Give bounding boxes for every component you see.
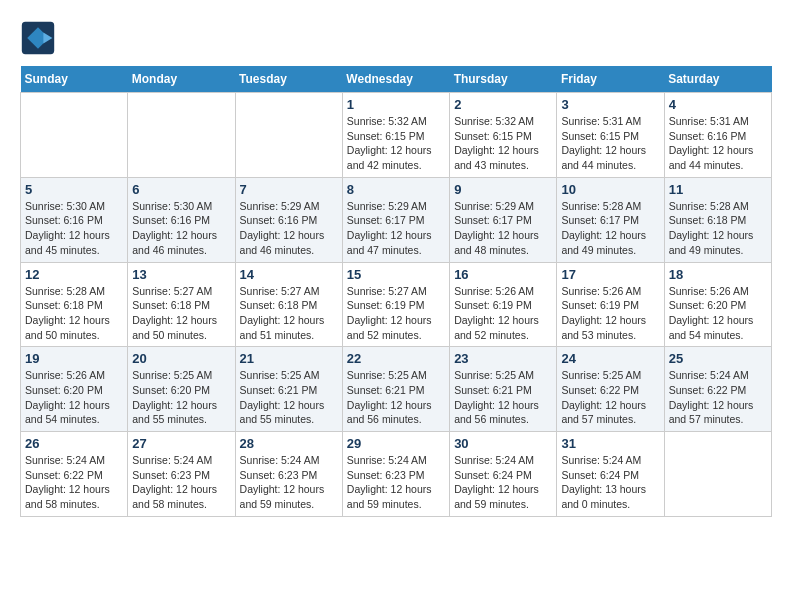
- day-number: 21: [240, 351, 338, 366]
- day-number: 12: [25, 267, 123, 282]
- calendar-cell: 1Sunrise: 5:32 AMSunset: 6:15 PMDaylight…: [342, 93, 449, 178]
- day-info: Sunrise: 5:28 AMSunset: 6:18 PMDaylight:…: [669, 199, 767, 258]
- calendar-cell: 11Sunrise: 5:28 AMSunset: 6:18 PMDayligh…: [664, 177, 771, 262]
- day-info: Sunrise: 5:26 AMSunset: 6:19 PMDaylight:…: [561, 284, 659, 343]
- calendar-cell: 19Sunrise: 5:26 AMSunset: 6:20 PMDayligh…: [21, 347, 128, 432]
- calendar-cell: 10Sunrise: 5:28 AMSunset: 6:17 PMDayligh…: [557, 177, 664, 262]
- day-number: 19: [25, 351, 123, 366]
- calendar-cell: 31Sunrise: 5:24 AMSunset: 6:24 PMDayligh…: [557, 432, 664, 517]
- calendar-cell: 18Sunrise: 5:26 AMSunset: 6:20 PMDayligh…: [664, 262, 771, 347]
- calendar-cell: 29Sunrise: 5:24 AMSunset: 6:23 PMDayligh…: [342, 432, 449, 517]
- day-number: 6: [132, 182, 230, 197]
- day-number: 5: [25, 182, 123, 197]
- col-header-wednesday: Wednesday: [342, 66, 449, 93]
- day-number: 8: [347, 182, 445, 197]
- logo-icon: [20, 20, 56, 56]
- day-number: 27: [132, 436, 230, 451]
- day-number: 20: [132, 351, 230, 366]
- page-header: [20, 20, 772, 56]
- day-info: Sunrise: 5:25 AMSunset: 6:21 PMDaylight:…: [240, 368, 338, 427]
- col-header-tuesday: Tuesday: [235, 66, 342, 93]
- calendar-cell: [128, 93, 235, 178]
- calendar-cell: 20Sunrise: 5:25 AMSunset: 6:20 PMDayligh…: [128, 347, 235, 432]
- day-number: 4: [669, 97, 767, 112]
- calendar-table: SundayMondayTuesdayWednesdayThursdayFrid…: [20, 66, 772, 517]
- day-info: Sunrise: 5:31 AMSunset: 6:15 PMDaylight:…: [561, 114, 659, 173]
- day-info: Sunrise: 5:28 AMSunset: 6:18 PMDaylight:…: [25, 284, 123, 343]
- calendar-cell: [664, 432, 771, 517]
- calendar-cell: 5Sunrise: 5:30 AMSunset: 6:16 PMDaylight…: [21, 177, 128, 262]
- day-info: Sunrise: 5:25 AMSunset: 6:21 PMDaylight:…: [347, 368, 445, 427]
- day-number: 24: [561, 351, 659, 366]
- calendar-cell: 28Sunrise: 5:24 AMSunset: 6:23 PMDayligh…: [235, 432, 342, 517]
- calendar-cell: 23Sunrise: 5:25 AMSunset: 6:21 PMDayligh…: [450, 347, 557, 432]
- day-info: Sunrise: 5:25 AMSunset: 6:22 PMDaylight:…: [561, 368, 659, 427]
- calendar-cell: 4Sunrise: 5:31 AMSunset: 6:16 PMDaylight…: [664, 93, 771, 178]
- day-number: 11: [669, 182, 767, 197]
- col-header-saturday: Saturday: [664, 66, 771, 93]
- calendar-cell: 26Sunrise: 5:24 AMSunset: 6:22 PMDayligh…: [21, 432, 128, 517]
- day-info: Sunrise: 5:24 AMSunset: 6:23 PMDaylight:…: [347, 453, 445, 512]
- col-header-monday: Monday: [128, 66, 235, 93]
- day-number: 15: [347, 267, 445, 282]
- day-info: Sunrise: 5:27 AMSunset: 6:18 PMDaylight:…: [240, 284, 338, 343]
- day-number: 23: [454, 351, 552, 366]
- day-info: Sunrise: 5:26 AMSunset: 6:19 PMDaylight:…: [454, 284, 552, 343]
- calendar-cell: 16Sunrise: 5:26 AMSunset: 6:19 PMDayligh…: [450, 262, 557, 347]
- calendar-cell: 13Sunrise: 5:27 AMSunset: 6:18 PMDayligh…: [128, 262, 235, 347]
- day-info: Sunrise: 5:24 AMSunset: 6:24 PMDaylight:…: [561, 453, 659, 512]
- day-number: 14: [240, 267, 338, 282]
- day-number: 22: [347, 351, 445, 366]
- calendar-cell: 2Sunrise: 5:32 AMSunset: 6:15 PMDaylight…: [450, 93, 557, 178]
- calendar-cell: [235, 93, 342, 178]
- calendar-cell: 7Sunrise: 5:29 AMSunset: 6:16 PMDaylight…: [235, 177, 342, 262]
- calendar-cell: 17Sunrise: 5:26 AMSunset: 6:19 PMDayligh…: [557, 262, 664, 347]
- calendar-cell: 3Sunrise: 5:31 AMSunset: 6:15 PMDaylight…: [557, 93, 664, 178]
- day-number: 30: [454, 436, 552, 451]
- day-info: Sunrise: 5:29 AMSunset: 6:16 PMDaylight:…: [240, 199, 338, 258]
- day-number: 29: [347, 436, 445, 451]
- day-number: 18: [669, 267, 767, 282]
- day-info: Sunrise: 5:29 AMSunset: 6:17 PMDaylight:…: [454, 199, 552, 258]
- calendar-cell: 6Sunrise: 5:30 AMSunset: 6:16 PMDaylight…: [128, 177, 235, 262]
- day-info: Sunrise: 5:27 AMSunset: 6:19 PMDaylight:…: [347, 284, 445, 343]
- calendar-cell: [21, 93, 128, 178]
- day-number: 7: [240, 182, 338, 197]
- day-info: Sunrise: 5:32 AMSunset: 6:15 PMDaylight:…: [454, 114, 552, 173]
- day-number: 2: [454, 97, 552, 112]
- calendar-cell: 24Sunrise: 5:25 AMSunset: 6:22 PMDayligh…: [557, 347, 664, 432]
- day-info: Sunrise: 5:26 AMSunset: 6:20 PMDaylight:…: [25, 368, 123, 427]
- calendar-cell: 8Sunrise: 5:29 AMSunset: 6:17 PMDaylight…: [342, 177, 449, 262]
- calendar-cell: 27Sunrise: 5:24 AMSunset: 6:23 PMDayligh…: [128, 432, 235, 517]
- day-info: Sunrise: 5:25 AMSunset: 6:20 PMDaylight:…: [132, 368, 230, 427]
- day-number: 3: [561, 97, 659, 112]
- day-info: Sunrise: 5:30 AMSunset: 6:16 PMDaylight:…: [132, 199, 230, 258]
- calendar-cell: 21Sunrise: 5:25 AMSunset: 6:21 PMDayligh…: [235, 347, 342, 432]
- day-number: 28: [240, 436, 338, 451]
- col-header-sunday: Sunday: [21, 66, 128, 93]
- day-number: 25: [669, 351, 767, 366]
- day-info: Sunrise: 5:24 AMSunset: 6:24 PMDaylight:…: [454, 453, 552, 512]
- day-info: Sunrise: 5:24 AMSunset: 6:22 PMDaylight:…: [669, 368, 767, 427]
- day-info: Sunrise: 5:28 AMSunset: 6:17 PMDaylight:…: [561, 199, 659, 258]
- calendar-cell: 15Sunrise: 5:27 AMSunset: 6:19 PMDayligh…: [342, 262, 449, 347]
- calendar-cell: 25Sunrise: 5:24 AMSunset: 6:22 PMDayligh…: [664, 347, 771, 432]
- calendar-cell: 9Sunrise: 5:29 AMSunset: 6:17 PMDaylight…: [450, 177, 557, 262]
- day-number: 16: [454, 267, 552, 282]
- col-header-thursday: Thursday: [450, 66, 557, 93]
- day-info: Sunrise: 5:26 AMSunset: 6:20 PMDaylight:…: [669, 284, 767, 343]
- calendar-cell: 12Sunrise: 5:28 AMSunset: 6:18 PMDayligh…: [21, 262, 128, 347]
- day-info: Sunrise: 5:29 AMSunset: 6:17 PMDaylight:…: [347, 199, 445, 258]
- day-info: Sunrise: 5:24 AMSunset: 6:23 PMDaylight:…: [132, 453, 230, 512]
- day-info: Sunrise: 5:30 AMSunset: 6:16 PMDaylight:…: [25, 199, 123, 258]
- day-number: 1: [347, 97, 445, 112]
- day-info: Sunrise: 5:25 AMSunset: 6:21 PMDaylight:…: [454, 368, 552, 427]
- day-number: 9: [454, 182, 552, 197]
- col-header-friday: Friday: [557, 66, 664, 93]
- logo: [20, 20, 62, 56]
- day-number: 26: [25, 436, 123, 451]
- day-info: Sunrise: 5:24 AMSunset: 6:22 PMDaylight:…: [25, 453, 123, 512]
- day-info: Sunrise: 5:32 AMSunset: 6:15 PMDaylight:…: [347, 114, 445, 173]
- calendar-cell: 22Sunrise: 5:25 AMSunset: 6:21 PMDayligh…: [342, 347, 449, 432]
- day-number: 31: [561, 436, 659, 451]
